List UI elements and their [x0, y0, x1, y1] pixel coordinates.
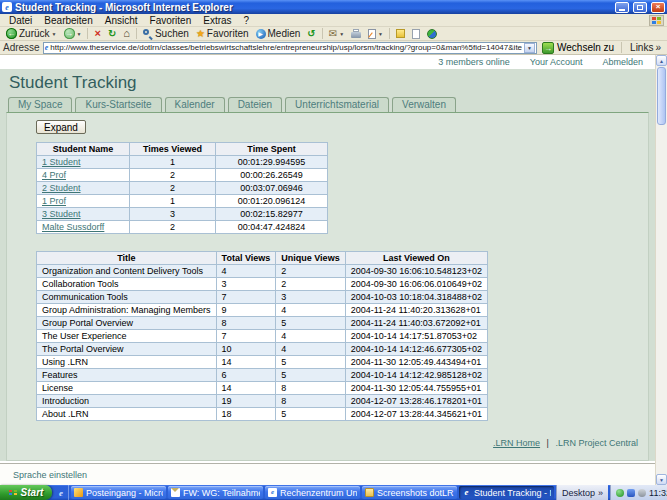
taskbar-task-rechenzentrum[interactable]: e Rechenzentrum Uni K... — [265, 486, 360, 499]
student-link[interactable]: 1 Student — [42, 157, 81, 167]
column-header: Student Name — [37, 143, 130, 156]
taskbar-task-student-tracking[interactable]: e Student Tracking - M... — [459, 486, 554, 499]
tray-status-icon[interactable] — [616, 489, 624, 497]
unique-views-cell: 4 — [276, 343, 345, 356]
tab[interactable]: Dateien — [228, 97, 282, 112]
forward-dropdown-icon[interactable]: ▼ — [77, 31, 82, 37]
tab[interactable]: Kurs-Startseite — [75, 97, 161, 112]
mail-dropdown-icon[interactable]: ▼ — [339, 31, 344, 37]
links-menu[interactable]: Links » — [627, 42, 664, 53]
edit-dropdown-icon[interactable]: ▼ — [378, 31, 383, 37]
notes-button[interactable] — [393, 27, 408, 40]
title-cell: Using .LRN — [37, 356, 217, 369]
forward-button[interactable]: → ▼ — [61, 27, 85, 40]
time-spent-cell: 00:01:29.994595 — [216, 156, 328, 169]
page-main: 3 members online Your Account Abmelden S… — [0, 55, 655, 485]
menu-item[interactable]: Bearbeiten — [38, 15, 98, 26]
column-header: Total Views — [216, 252, 276, 265]
taskbar-task-outlook[interactable]: Posteingang - Micros... — [71, 486, 166, 499]
table-row: Group Portal Overview 8 5 2004-11-24 11:… — [37, 317, 488, 330]
tab[interactable]: My Space — [8, 97, 72, 112]
total-views-cell: 7 — [216, 291, 276, 304]
menu-item[interactable]: Datei — [3, 15, 38, 26]
tray-volume-icon[interactable] — [638, 489, 646, 497]
quick-launch-ie-icon[interactable]: e — [59, 488, 63, 498]
favorites-button[interactable]: ★ Favoriten — [193, 27, 252, 40]
restore-button[interactable] — [633, 2, 647, 13]
taskbar-task-screenshots[interactable]: Screenshots dotLR... — [362, 486, 457, 499]
total-views-cell: 14 — [216, 356, 276, 369]
menu-item[interactable]: Favoriten — [144, 15, 198, 26]
mail-button[interactable]: ✉ ▼ — [326, 27, 347, 40]
search-button[interactable]: Suchen — [140, 27, 192, 40]
student-link[interactable]: 2 Student — [42, 183, 81, 193]
star-icon: ★ — [196, 29, 205, 39]
lrn-home-link[interactable]: .LRN Home — [493, 438, 540, 448]
menu-item[interactable]: Ansicht — [99, 15, 144, 26]
menu-item[interactable]: Extras — [197, 15, 237, 26]
table-row: Communication Tools 7 3 2004-10-03 10:18… — [37, 291, 488, 304]
go-button[interactable]: → Wechseln zu — [540, 42, 616, 54]
last-viewed-cell: 2004-11-30 12:05:44.755955+01 — [345, 382, 487, 395]
logout-link[interactable]: Abmelden — [602, 57, 643, 67]
last-viewed-cell: 2004-12-07 13:28:46.178201+01 — [345, 395, 487, 408]
home-button[interactable]: ⌂ — [120, 27, 133, 40]
title-cell: Group Portal Overview — [37, 317, 217, 330]
title-cell: Organization and Content Delivery Tools — [37, 265, 217, 278]
media-button[interactable]: ▶ Medien — [253, 27, 304, 40]
menu-item[interactable]: ? — [238, 15, 256, 26]
history-button[interactable]: ↺ — [304, 27, 318, 40]
student-link[interactable]: Malte Sussdorff — [42, 222, 104, 232]
taskbar-task-mail[interactable]: FW: WG: Teilnahme v... — [168, 486, 263, 499]
messenger-button[interactable] — [424, 27, 440, 40]
search-icon — [143, 29, 153, 39]
language-link[interactable]: Sprache einstellen — [13, 470, 87, 480]
expand-button[interactable]: Expand — [36, 120, 86, 134]
unique-views-cell: 3 — [276, 291, 345, 304]
title-cell: License — [37, 382, 217, 395]
back-button[interactable]: ← Zurück ▼ — [3, 27, 60, 40]
address-input[interactable] — [50, 43, 522, 53]
stop-button[interactable]: × — [91, 27, 103, 40]
print-button[interactable] — [348, 27, 364, 40]
student-link[interactable]: 3 Student — [42, 209, 81, 219]
your-account-link[interactable]: Your Account — [530, 57, 583, 67]
outlook-icon — [74, 488, 83, 497]
tracking-panel: Expand Student Name Times Viewed Time Sp… — [6, 112, 649, 461]
overflow-chevron-icon[interactable]: » — [598, 488, 603, 498]
lrn-project-link[interactable]: .LRN Project Central — [555, 438, 638, 448]
scroll-down-icon[interactable]: ▼ — [656, 474, 667, 485]
close-button[interactable]: × — [651, 2, 665, 13]
document-button[interactable] — [409, 27, 423, 40]
table-row: 2 Student 2 00:03:07.06946 — [37, 182, 328, 195]
desktop-toolbar[interactable]: Desktop » — [556, 485, 608, 500]
tab[interactable]: Unterrichtsmaterial — [285, 97, 389, 112]
tab[interactable]: Kalender — [165, 97, 225, 112]
total-views-cell: 8 — [216, 317, 276, 330]
total-views-cell: 6 — [216, 369, 276, 382]
refresh-button[interactable]: ↻ — [105, 27, 119, 40]
ie-toolbar: ← Zurück ▼ → ▼ × ↻ ⌂ Suchen ★ Favoriten … — [0, 27, 667, 41]
address-dropdown-icon[interactable]: ▼ — [524, 43, 535, 53]
tab[interactable]: Verwalten — [392, 97, 456, 112]
last-viewed-cell: 2004-10-14 14:12:46.677305+02 — [345, 343, 487, 356]
start-button[interactable]: Start — [0, 485, 52, 500]
back-dropdown-icon[interactable]: ▼ — [52, 31, 57, 37]
vertical-scrollbar[interactable]: ▲ ▼ — [655, 55, 667, 485]
total-views-cell: 14 — [216, 382, 276, 395]
minimize-button[interactable] — [615, 2, 629, 13]
column-header: Last Viewed On — [345, 252, 487, 265]
total-views-cell: 18 — [216, 408, 276, 421]
tray-messenger-icon[interactable] — [627, 489, 635, 497]
ie-page-icon: e — [268, 488, 277, 497]
address-input-box: e ▼ — [43, 42, 537, 54]
scrollbar-thumb[interactable] — [657, 67, 666, 125]
students-table: Student Name Times Viewed Time Spent 1 S… — [36, 142, 328, 234]
unique-views-cell: 4 — [276, 330, 345, 343]
mail-icon: ✉ — [329, 29, 337, 39]
scroll-up-icon[interactable]: ▲ — [656, 55, 667, 66]
window-titlebar[interactable]: e Student Tracking - Microsoft Internet … — [0, 0, 667, 14]
student-link[interactable]: 4 Prof — [42, 170, 66, 180]
student-link[interactable]: 1 Prof — [42, 196, 66, 206]
edit-button[interactable]: ▼ — [365, 27, 386, 40]
